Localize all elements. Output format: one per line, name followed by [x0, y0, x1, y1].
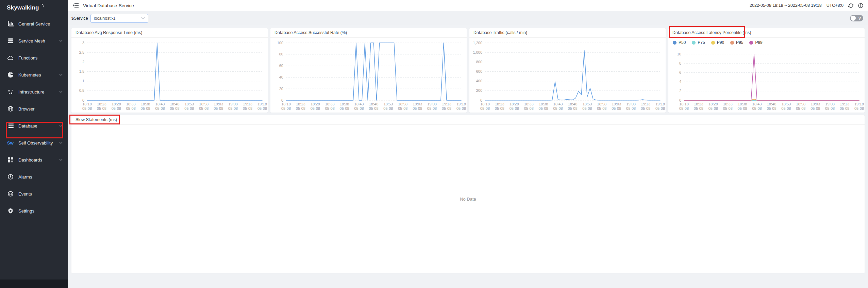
svg-text:0: 0 — [480, 98, 482, 102]
svg-text:05-08: 05-08 — [825, 106, 835, 111]
svg-text:05-08: 05-08 — [413, 106, 422, 111]
svg-text:05-08: 05-08 — [708, 106, 718, 111]
svg-text:05-08: 05-08 — [442, 106, 451, 111]
svg-text:18:28: 18:28 — [708, 102, 718, 106]
svg-text:0: 0 — [679, 98, 681, 102]
svg-text:18:48: 18:48 — [767, 102, 777, 106]
sidebar-item-label: Infrastructure — [18, 89, 59, 95]
svg-text:18:53: 18:53 — [583, 102, 592, 106]
svg-text:19:13: 19:13 — [840, 102, 849, 106]
legend-label: P50 — [679, 40, 686, 45]
gear-icon — [7, 208, 14, 214]
legend-dot — [711, 41, 715, 45]
svg-text:05-08: 05-08 — [170, 106, 179, 111]
svg-text:2.5: 2.5 — [79, 50, 84, 54]
line-chart-traffic[interactable]: 02004006008001,0001,20018:1805-0818:2305… — [469, 38, 666, 113]
sidebar-collapse-area[interactable] — [0, 279, 68, 288]
svg-text:18:33: 18:33 — [524, 102, 534, 106]
svg-text:18:28: 18:28 — [112, 102, 121, 106]
time-range[interactable]: 2022-05-08 18:18 ~ 2022-05-08 19:18 — [750, 3, 822, 8]
svg-text:10: 10 — [677, 52, 681, 56]
sidebar-item-label: Self Observability — [18, 140, 59, 146]
legend-item-p99[interactable]: P99 — [749, 40, 762, 45]
toolbar: $Service localhost:-1 V — [68, 11, 868, 25]
svg-text:05-08: 05-08 — [840, 106, 849, 111]
svg-text:18:43: 18:43 — [155, 102, 165, 106]
svg-text:05-08: 05-08 — [811, 106, 820, 111]
sidebar-item-settings[interactable]: Settings — [0, 202, 68, 219]
sidebar-item-service-mesh[interactable]: Service Mesh — [0, 32, 68, 49]
legend-item-p50[interactable]: P50 — [673, 40, 686, 45]
sidebar-item-general-service[interactable]: General Service — [0, 15, 68, 32]
dashboards-grid-icon — [7, 157, 14, 163]
svg-text:05-08: 05-08 — [568, 106, 577, 111]
svg-text:18:48: 18:48 — [568, 102, 578, 106]
svg-text:05-08: 05-08 — [243, 106, 252, 111]
svg-text:05-08: 05-08 — [214, 106, 223, 111]
sidebar-item-functions[interactable]: Functions — [0, 49, 68, 66]
sidebar-item-infrastructure[interactable]: Infrastructure — [0, 83, 68, 100]
svg-text:05-08: 05-08 — [325, 106, 335, 111]
skywalking-logo[interactable]: Skywalking — [0, 0, 68, 13]
legend-item-p95[interactable]: P95 — [730, 40, 743, 45]
sidebar-item-events[interactable]: Events — [0, 185, 68, 202]
svg-text:05-08: 05-08 — [199, 106, 208, 111]
svg-text:19:03: 19:03 — [413, 102, 422, 106]
line-chart-avg-response-time[interactable]: 00.511.522.5318:1805-0818:2305-0818:2805… — [71, 38, 268, 113]
svg-text:05-08: 05-08 — [281, 106, 291, 111]
bar-chart-icon — [7, 21, 14, 27]
svg-text:2: 2 — [82, 60, 84, 64]
sidebar-item-database[interactable]: Database — [0, 117, 68, 134]
chevron-down-icon — [141, 17, 145, 19]
legend-dot — [692, 41, 696, 45]
svg-text:18:33: 18:33 — [325, 102, 335, 106]
service-select[interactable]: localhost:-1 — [90, 14, 148, 23]
svg-text:05-08: 05-08 — [524, 106, 534, 111]
moon-swoosh-icon — [39, 4, 44, 10]
svg-text:18:58: 18:58 — [398, 102, 408, 106]
svg-text:05-08: 05-08 — [354, 106, 364, 111]
sidebar-item-label: Settings — [18, 208, 63, 214]
chevron-down-icon — [59, 74, 63, 76]
sidebar-item-kubernetes[interactable]: Kubernetes — [0, 66, 68, 83]
svg-text:19:08: 19:08 — [427, 102, 437, 106]
svg-text:18:48: 18:48 — [369, 102, 379, 106]
sidebar-item-label: Browser — [18, 106, 63, 112]
svg-text:2: 2 — [679, 89, 681, 93]
line-chart-successful-rate[interactable]: 02040608010018:1805-0818:2305-0818:2805-… — [270, 38, 467, 113]
svg-text:05-08: 05-08 — [597, 106, 606, 111]
svg-text:18:33: 18:33 — [126, 102, 136, 106]
svg-text:18:53: 18:53 — [384, 102, 393, 106]
legend-item-p90[interactable]: P90 — [711, 40, 724, 45]
chevron-down-icon — [59, 91, 63, 93]
sidebar-item-browser[interactable]: Browser — [0, 100, 68, 117]
svg-text:18:43: 18:43 — [553, 102, 563, 106]
infrastructure-dots-icon — [7, 89, 14, 95]
legend-item-p75[interactable]: P75 — [692, 40, 705, 45]
svg-text:19:13: 19:13 — [641, 102, 650, 106]
sidebar-item-self-observability[interactable]: SwSelf Observability — [0, 134, 68, 151]
dashboard-content: Database Avg Response Time (ms) 00.511.5… — [68, 25, 868, 288]
refresh-icon[interactable] — [848, 3, 853, 8]
view-mode-toggle[interactable]: V — [850, 15, 863, 21]
svg-text:400: 400 — [476, 79, 482, 83]
alarm-icon — [7, 174, 14, 180]
svg-text:60: 60 — [279, 64, 283, 68]
fold-menu-icon[interactable] — [73, 3, 79, 8]
sidebar-item-alarms[interactable]: Alarms — [0, 168, 68, 185]
info-icon[interactable] — [858, 3, 863, 8]
svg-text:0: 0 — [281, 98, 283, 102]
panel-latency-percentile: Database Access Latency Percentile (ms) … — [668, 28, 865, 113]
line-chart-latency-percentile[interactable]: 024681018:1805-0818:2305-0818:2805-0818:… — [668, 38, 865, 113]
svg-text:4: 4 — [679, 80, 681, 84]
svg-text:18:58: 18:58 — [597, 102, 607, 106]
svg-text:600: 600 — [476, 69, 482, 73]
layers-icon — [7, 38, 14, 44]
no-data-text: No Data — [460, 197, 476, 202]
svg-text:19:18: 19:18 — [257, 102, 267, 106]
sidebar-item-dashboards[interactable]: Dashboards — [0, 151, 68, 168]
sidebar-nav: General ServiceService MeshFunctionsKube… — [0, 15, 68, 219]
svg-text:18:38: 18:38 — [141, 102, 150, 106]
legend-dot — [730, 41, 734, 45]
svg-text:05-08: 05-08 — [369, 106, 378, 111]
